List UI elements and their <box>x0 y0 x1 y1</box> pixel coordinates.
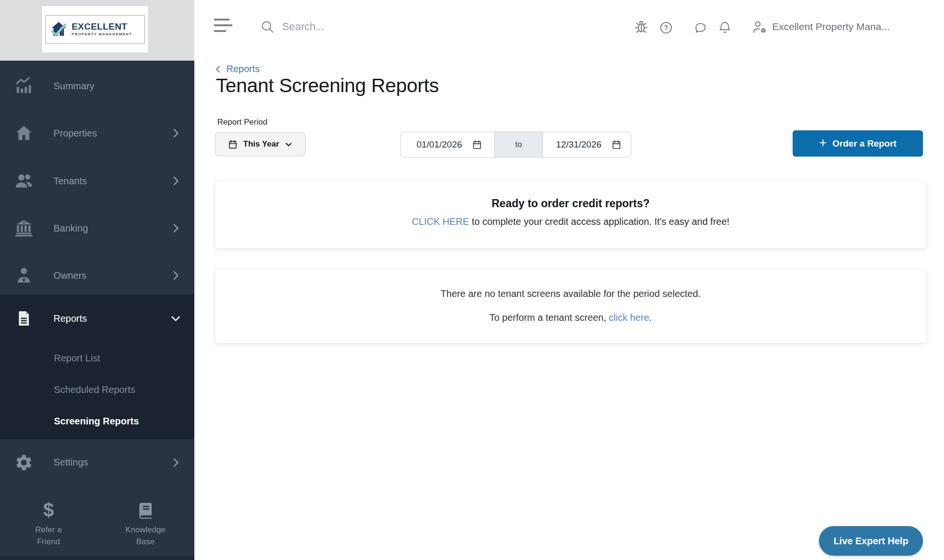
sidebar-subitem-screening-reports[interactable]: Screening Reports <box>0 405 194 437</box>
no-screens-card: There are no tenant screens available fo… <box>215 269 926 343</box>
calendar-icon[interactable] <box>472 139 482 150</box>
account-user-gear-icon[interactable] <box>752 20 768 35</box>
notifications-bell-icon[interactable] <box>718 20 732 34</box>
click-here-link[interactable]: CLICK HERE <box>412 216 469 227</box>
sidebar-group-reports: Reports Report List Scheduled Reports Sc… <box>0 295 194 439</box>
date-from-segment <box>401 132 494 157</box>
credit-reports-card: Ready to order credit reports? CLICK HER… <box>215 180 926 249</box>
help-icon[interactable]: ? <box>659 21 673 34</box>
logo-frame: EXCELLENT PROPERTY MANAGEMENT <box>45 15 145 44</box>
document-icon <box>13 310 34 327</box>
account-name[interactable]: Excellent Property Mana... <box>772 21 890 32</box>
chevron-right-icon <box>170 127 182 139</box>
chevron-right-icon <box>170 456 182 469</box>
chevron-left-icon <box>213 64 223 74</box>
chevron-down-icon <box>170 312 182 325</box>
sidebar-subitem-scheduled-reports[interactable]: Scheduled Reports <box>0 374 194 405</box>
date-from-input[interactable] <box>413 139 466 150</box>
search-input[interactable] <box>281 20 484 33</box>
sidebar-subitem-report-list[interactable]: Report List <box>0 342 194 374</box>
search-icon <box>260 20 275 34</box>
people-icon <box>13 171 34 191</box>
logo-text: EXCELLENT PROPERTY MANAGEMENT <box>72 22 132 36</box>
chevron-right-icon <box>170 222 182 234</box>
page-title: Tenant Screening Reports <box>216 74 439 97</box>
chevron-down-icon <box>285 140 293 148</box>
report-period-label: Report Period <box>217 117 267 127</box>
summary-chart-icon <box>13 76 34 95</box>
credit-card-body: CLICK HERE to complete your credit acces… <box>215 216 926 227</box>
order-a-report-label: Order a Report <box>832 138 896 149</box>
sidebar-item-reports[interactable]: Reports <box>0 295 194 342</box>
sidebar-item-label: Reports <box>53 313 87 324</box>
date-to-input[interactable] <box>552 139 605 150</box>
refer-a-friend-link[interactable]: $ Refer a Friend <box>0 495 97 548</box>
dollar-glyph: $ <box>43 500 53 519</box>
date-range-picker: to <box>400 132 631 158</box>
report-period-value: This Year <box>243 139 279 149</box>
app-root: EXCELLENT PROPERTY MANAGEMENT Summary <box>0 0 944 560</box>
sidebar-item-properties[interactable]: Properties <box>0 110 194 157</box>
calendar-icon <box>228 139 238 149</box>
dollar-icon: $ <box>43 495 53 519</box>
breadcrumb[interactable]: Reports <box>213 63 260 74</box>
perform-screen-message: To perform a tenant screen, click here. <box>215 312 926 323</box>
click-here-link[interactable]: click here <box>609 312 649 323</box>
svg-text:?: ? <box>664 24 668 32</box>
no-screens-message: There are no tenant screens available fo… <box>215 288 926 299</box>
sidebar-item-summary[interactable]: Summary <box>0 63 194 109</box>
credit-card-body-rest: to complete your credit access applicati… <box>469 216 729 227</box>
order-a-report-button[interactable]: + Order a Report <box>793 130 923 157</box>
bank-icon <box>13 219 34 238</box>
sidebar: EXCELLENT PROPERTY MANAGEMENT Summary <box>0 0 194 560</box>
sidebar-item-banking[interactable]: Banking <box>0 205 194 252</box>
sidebar-item-owners[interactable]: Owners <box>0 252 194 299</box>
sidebar-item-tenants[interactable]: Tenants <box>0 158 194 204</box>
logo-header: EXCELLENT PROPERTY MANAGEMENT <box>0 0 194 61</box>
company-logo[interactable]: EXCELLENT PROPERTY MANAGEMENT <box>42 6 148 53</box>
plus-icon: + <box>819 136 827 150</box>
chevron-right-icon <box>170 269 182 282</box>
logo-name: EXCELLENT <box>72 22 132 32</box>
book-icon <box>137 495 155 519</box>
gear-icon <box>13 453 34 472</box>
date-to-segment <box>543 132 631 157</box>
logo-subtitle: PROPERTY MANAGEMENT <box>72 32 132 36</box>
sidebar-footer: $ Refer a Friend Knowledge Base <box>0 495 194 548</box>
search-bar <box>260 20 484 34</box>
sidebar-item-label: Owners <box>53 270 86 281</box>
sidebar-item-settings[interactable]: Settings <box>0 439 194 486</box>
refer-a-friend-label: Refer a Friend <box>27 524 71 548</box>
date-range-separator: to <box>494 132 543 157</box>
chat-icon[interactable] <box>693 21 707 35</box>
breadcrumb-label: Reports <box>226 63 260 74</box>
sidebar-item-label: Properties <box>53 128 97 139</box>
debug-bug-icon[interactable] <box>634 20 648 34</box>
live-expert-help-button[interactable]: Live Expert Help <box>819 526 923 556</box>
calendar-icon[interactable] <box>611 139 622 150</box>
sidebar-item-label: Settings <box>53 457 88 468</box>
person-tie-icon <box>13 266 34 285</box>
sidebar-bottom-strip <box>0 556 194 560</box>
sidebar-item-label: Tenants <box>53 176 87 187</box>
hamburger-menu-button[interactable] <box>214 19 233 34</box>
perform-screen-suffix: . <box>649 312 652 323</box>
sidebar-item-label: Banking <box>53 223 88 234</box>
knowledge-base-label: Knowledge Base <box>119 524 172 548</box>
perform-screen-prefix: To perform a tenant screen, <box>489 312 609 323</box>
credit-card-heading: Ready to order credit reports? <box>215 197 926 210</box>
logo-house-icon <box>49 20 68 39</box>
chevron-right-icon <box>170 175 182 187</box>
knowledge-base-link[interactable]: Knowledge Base <box>97 495 194 548</box>
home-icon <box>13 124 34 143</box>
sidebar-item-label: Summary <box>53 81 95 92</box>
report-period-dropdown[interactable]: This Year <box>215 132 306 156</box>
